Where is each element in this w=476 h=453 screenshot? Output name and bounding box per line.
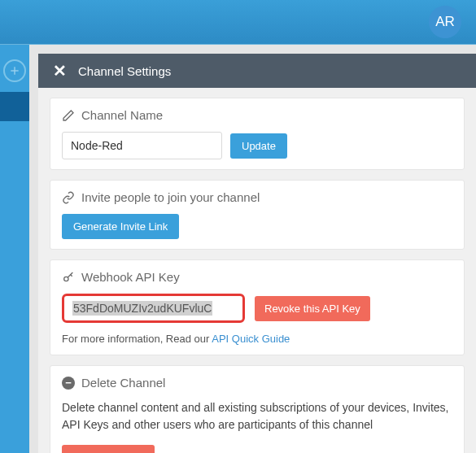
channel-name-card: Channel Name Update	[50, 98, 465, 170]
webhook-label: Webhook API Key	[81, 270, 180, 284]
panel-body: Channel Name Update Invite people to joi…	[38, 88, 476, 453]
close-icon[interactable]: ✕	[53, 61, 67, 81]
minus-icon: −	[62, 377, 75, 390]
delete-title: − Delete Channel	[62, 376, 452, 390]
key-icon	[62, 271, 75, 284]
api-quick-guide-link[interactable]: API Quick Guide	[212, 333, 290, 345]
invite-label: Invite people to join your channel	[81, 190, 260, 204]
panel-title: Channel Settings	[78, 64, 171, 78]
avatar[interactable]: AR	[429, 6, 461, 38]
webhook-title: Webhook API Key	[62, 270, 452, 284]
generate-invite-button[interactable]: Generate Invite Link	[62, 214, 179, 239]
webhook-card: Webhook API Key 53FdDoMUZIv2udKUFvluC Re…	[50, 259, 465, 355]
invite-title: Invite people to join your channel	[62, 190, 452, 204]
left-sidebar	[0, 45, 29, 453]
delete-channel-card: − Delete Channel Delete channel content …	[50, 365, 465, 453]
channel-name-input[interactable]	[62, 132, 222, 159]
api-info-prefix: For more information, Read our	[62, 333, 212, 345]
add-channel-button[interactable]	[3, 59, 26, 82]
revoke-api-key-button[interactable]: Revoke this API Key	[255, 296, 370, 321]
delete-channel-button[interactable]: Delete Channel	[62, 445, 155, 453]
channel-name-label: Channel Name	[81, 108, 163, 122]
pencil-icon	[62, 109, 75, 122]
api-key-value[interactable]: 53FdDoMUZIv2udKUFvluC	[72, 301, 212, 316]
link-icon	[62, 191, 75, 204]
top-bar: AR	[0, 0, 476, 45]
delete-description: Delete channel content and all existing …	[62, 399, 452, 433]
api-key-highlight: 53FdDoMUZIv2udKUFvluC	[62, 294, 245, 323]
invite-card: Invite people to join your channel Gener…	[50, 180, 465, 250]
delete-label: Delete Channel	[81, 376, 165, 390]
panel-header: ✕ Channel Settings	[38, 54, 476, 88]
update-button[interactable]: Update	[230, 133, 287, 159]
api-info-text: For more information, Read our API Quick…	[62, 333, 452, 345]
svg-point-2	[64, 277, 68, 281]
active-channel-tab[interactable]	[0, 92, 29, 121]
settings-panel: ✕ Channel Settings Channel Name Update I…	[38, 54, 476, 453]
channel-name-title: Channel Name	[62, 108, 452, 122]
